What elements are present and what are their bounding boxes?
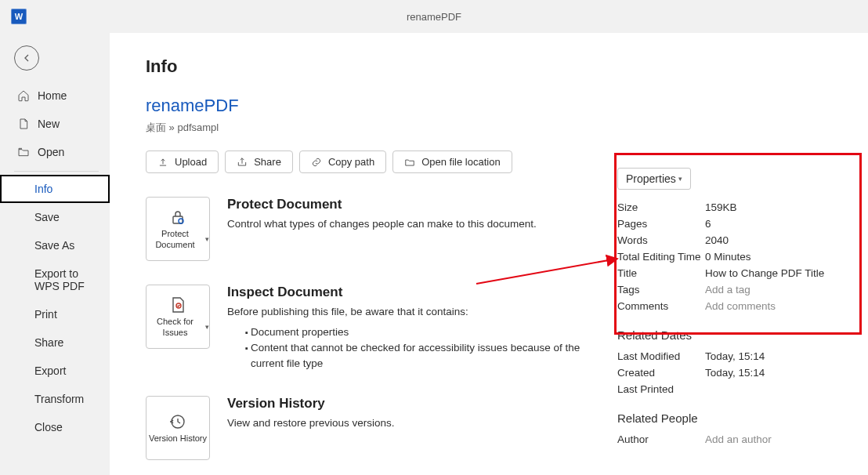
version-history-label: Version History [149,433,207,444]
upload-icon [157,157,168,168]
check-issues-label: Check for Issues [146,317,204,337]
version-history-tile[interactable]: Version History [146,396,210,460]
nav-open[interactable]: Open [0,138,110,166]
upload-label: Upload [175,156,207,168]
share-button[interactable]: Share [225,150,293,173]
arrow-left-icon [20,52,33,64]
link-icon [311,157,322,168]
window-title: renamePDF [407,11,461,23]
titlebar: W renamePDF [0,0,868,33]
open-location-label: Open file location [421,156,500,168]
nav-home[interactable]: Home [0,82,110,110]
inspect-title: Inspect Document [227,285,609,300]
prop-tags-key: Tags [617,284,705,296]
nav-save[interactable]: Save [0,203,110,231]
backstage-sidebar: Home New Open Info Save Save As Export t… [0,33,110,475]
prop-words-key: Words [617,234,705,246]
chevron-down-icon: ▾ [205,323,209,332]
prop-modified-value: Today, 15:14 [705,350,765,362]
nav-print[interactable]: Print [0,300,110,328]
copy-path-label: Copy path [328,156,374,168]
page-title: Info [146,56,609,77]
prop-modified-key: Last Modified [617,350,705,362]
prop-size-key: Size [617,201,705,213]
folder-open-icon [404,157,415,168]
inspect-icon [168,296,187,314]
inspect-desc: Before publishing this file, be aware th… [227,305,609,320]
history-icon [168,412,187,431]
protect-title: Protect Document [227,197,537,212]
prop-printed-key: Last Printed [617,383,705,395]
nav-open-label: Open [38,146,64,158]
prop-pages-value: 6 [705,218,711,230]
history-title: Version History [227,396,395,412]
protect-desc: Control what types of changes people can… [227,217,537,232]
nav-separator [14,171,99,172]
nav-export-wps[interactable]: Export to WPS PDF [0,259,110,300]
history-desc: View and restore previous versions. [227,416,395,431]
prop-comments-value[interactable]: Add comments [705,300,776,312]
nav-export[interactable]: Export [0,357,110,385]
lock-icon [168,208,187,227]
document-name: renamePDF [146,96,609,116]
prop-tags-value[interactable]: Add a tag [705,284,750,296]
prop-edit-time-value: 0 Minutes [705,251,751,263]
open-location-button[interactable]: Open file location [392,150,512,173]
protect-tile-label: Protect Document [146,229,204,249]
info-pane: Info renamePDF 桌面 » pdfsampl Upload Shar… [110,33,868,475]
open-folder-icon [17,146,30,158]
home-icon [17,89,30,102]
prop-words-value: 2040 [705,234,729,246]
inspect-item-2: Content that cannot be checked for acces… [251,340,609,372]
related-people-heading: Related People [617,412,844,425]
back-button[interactable] [14,45,39,71]
properties-label: Properties [626,172,676,185]
prop-author-key: Author [617,433,705,445]
copy-path-button[interactable]: Copy path [299,150,386,173]
prop-title-value[interactable]: How to Change PDF Title [705,267,824,279]
new-doc-icon [17,118,30,130]
nav-transform[interactable]: Transform [0,385,110,413]
prop-pages-key: Pages [617,218,705,230]
nav-home-label: Home [38,89,67,102]
nav-new[interactable]: New [0,110,110,138]
breadcrumb: 桌面 » pdfsampl [146,121,609,135]
nav-close[interactable]: Close [0,413,110,441]
properties-dropdown[interactable]: Properties ▾ [617,168,691,190]
prop-title-key: Title [617,267,705,279]
protect-document-tile[interactable]: Protect Document▾ [146,197,210,261]
prop-created-value: Today, 15:14 [705,367,765,379]
inspect-item-1: Document properties [251,325,609,340]
share-icon [237,157,248,168]
related-dates-heading: Related Dates [617,328,844,342]
nav-new-label: New [38,118,60,130]
prop-edit-time-key: Total Editing Time [617,251,705,263]
nav-info[interactable]: Info [0,175,110,203]
prop-author-value[interactable]: Add an author [705,433,772,445]
prop-comments-key: Comments [617,300,705,312]
chevron-down-icon: ▾ [205,235,209,244]
prop-created-key: Created [617,367,705,379]
prop-size-value: 159KB [705,201,737,213]
word-app-icon: W [11,9,27,24]
svg-rect-0 [173,216,183,223]
chevron-down-icon: ▾ [678,175,682,183]
nav-save-as[interactable]: Save As [0,231,110,259]
upload-button[interactable]: Upload [146,150,219,173]
nav-share[interactable]: Share [0,328,110,357]
share-label: Share [254,156,281,168]
check-issues-tile[interactable]: Check for Issues▾ [146,285,210,349]
